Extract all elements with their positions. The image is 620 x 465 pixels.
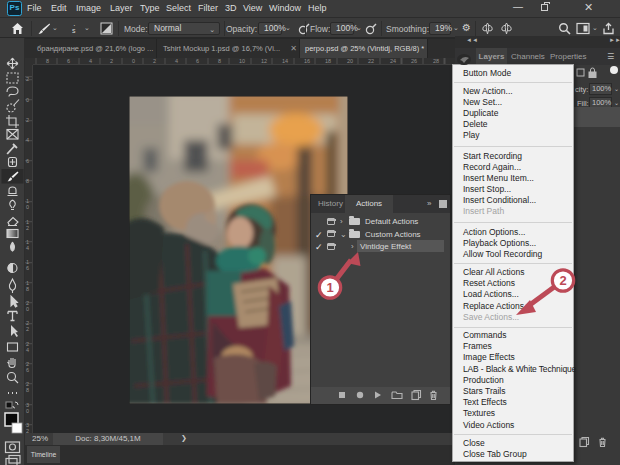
svg-text:1: 1 (326, 280, 333, 295)
svg-text:2: 2 (559, 273, 566, 288)
